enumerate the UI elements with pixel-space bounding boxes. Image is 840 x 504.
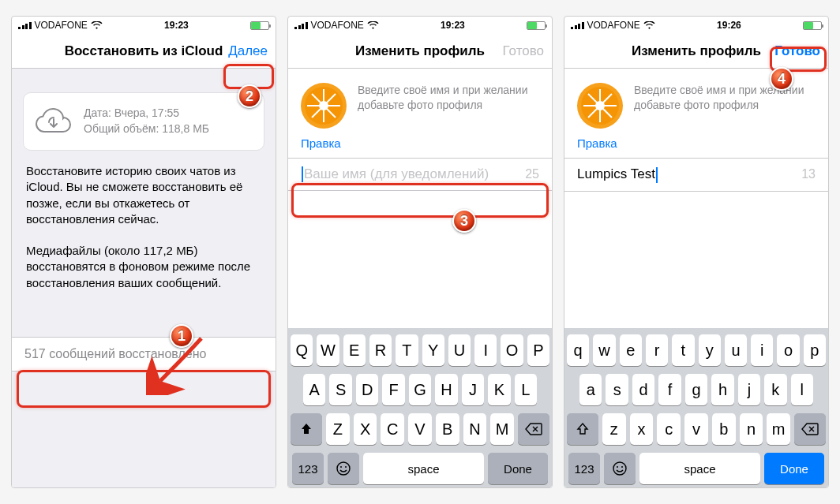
key-p[interactable]: p — [804, 334, 826, 366]
edit-photo-link[interactable]: Правка — [288, 133, 552, 158]
key-q[interactable]: q — [567, 334, 589, 366]
key-m[interactable]: m — [767, 413, 790, 445]
clock-label: 19:26 — [717, 20, 741, 31]
shift-key[interactable] — [291, 413, 322, 445]
emoji-key[interactable] — [604, 453, 636, 484]
key-x[interactable]: x — [630, 413, 654, 445]
key-z[interactable]: Z — [326, 413, 350, 445]
orange-icon — [304, 86, 343, 125]
key-v[interactable]: V — [408, 413, 432, 445]
backspace-key[interactable] — [794, 413, 826, 445]
done-key[interactable]: Done — [764, 453, 824, 484]
key-i[interactable]: i — [751, 334, 773, 366]
key-w[interactable]: W — [317, 334, 339, 366]
step-badge-3: 3 — [452, 209, 476, 233]
key-m[interactable]: M — [490, 413, 514, 445]
key-z[interactable]: z — [602, 413, 626, 445]
name-input-row[interactable]: Lumpics Test 13 — [564, 158, 828, 192]
key-b[interactable]: b — [712, 413, 736, 445]
name-input-row[interactable]: Ваше имя (для уведомлений) 25 — [288, 158, 552, 191]
avatar[interactable] — [577, 83, 623, 129]
key-h[interactable]: h — [711, 374, 733, 405]
key-b[interactable]: B — [436, 413, 459, 445]
key-j[interactable]: j — [738, 374, 760, 405]
key-n[interactable]: n — [740, 413, 763, 445]
key-y[interactable]: y — [699, 334, 721, 366]
key-i[interactable]: I — [474, 334, 497, 366]
numbers-key[interactable]: 123 — [292, 453, 324, 484]
key-f[interactable]: f — [658, 374, 681, 405]
svg-point-11 — [340, 466, 342, 468]
restore-description-1: Восстановите историю своих чатов из iClo… — [26, 163, 261, 227]
key-l[interactable]: L — [515, 374, 537, 405]
key-r[interactable]: r — [646, 334, 668, 366]
key-k[interactable]: K — [488, 374, 510, 405]
carrier-label: VODAFONE — [587, 20, 640, 31]
key-s[interactable]: S — [329, 374, 351, 405]
key-o[interactable]: o — [777, 334, 799, 366]
backspace-key[interactable] — [518, 413, 549, 445]
key-w[interactable]: w — [593, 334, 615, 366]
key-y[interactable]: Y — [422, 334, 444, 366]
key-c[interactable]: c — [657, 413, 681, 445]
keyboard: qwertyuiop asdfghjkl zxcvbnm 123 space D… — [564, 328, 828, 487]
key-g[interactable]: g — [685, 374, 707, 405]
key-u[interactable]: u — [725, 334, 747, 366]
key-q[interactable]: Q — [291, 334, 313, 366]
next-button[interactable]: Далее — [228, 43, 268, 59]
carrier-label: VODAFONE — [35, 20, 88, 31]
done-button[interactable]: Готово — [503, 43, 545, 59]
phone-screen-1: VODAFONE 19:23 Восстановить из iCloud Да… — [11, 16, 276, 488]
clock-label: 19:23 — [441, 20, 465, 31]
signal-icon — [294, 21, 308, 29]
key-d[interactable]: D — [356, 374, 378, 405]
numbers-key[interactable]: 123 — [568, 453, 600, 484]
kb-row-1: qwertyuiop — [567, 334, 826, 366]
battery-icon — [527, 21, 546, 30]
svg-point-25 — [621, 466, 623, 468]
nav-bar: Изменить профиль Готово — [288, 34, 552, 69]
done-key[interactable]: Done — [488, 453, 548, 484]
profile-hint: Введите своё имя и при желании добавьте … — [634, 83, 816, 129]
key-t[interactable]: t — [672, 334, 694, 366]
key-v[interactable]: v — [684, 413, 708, 445]
name-value: Lumpics Test — [577, 166, 795, 183]
key-p[interactable]: P — [527, 334, 549, 366]
key-t[interactable]: T — [396, 334, 418, 366]
done-button[interactable]: Готово — [774, 43, 820, 59]
page-title: Восстановить из iCloud — [65, 43, 223, 59]
space-key[interactable]: space — [363, 453, 484, 484]
key-j[interactable]: J — [462, 374, 484, 405]
kb-row-1: QWERTYUIOP — [291, 334, 549, 366]
key-e[interactable]: E — [343, 334, 366, 366]
content-area: Дата: Вчера, 17:55 Общий объём: 118,8 МБ… — [12, 69, 276, 487]
content-area: Введите своё имя и при желании добавьте … — [564, 69, 828, 487]
nav-bar: Восстановить из iCloud Далее — [12, 34, 276, 69]
profile-hint: Введите своё имя и при желании добавьте … — [358, 83, 539, 129]
key-n[interactable]: N — [463, 413, 487, 445]
key-e[interactable]: e — [620, 334, 642, 366]
key-h[interactable]: H — [435, 374, 457, 405]
svg-point-22 — [595, 101, 605, 110]
emoji-key[interactable] — [328, 453, 359, 484]
key-x[interactable]: X — [354, 413, 377, 445]
key-r[interactable]: R — [369, 334, 392, 366]
key-k[interactable]: k — [764, 374, 786, 405]
avatar[interactable] — [301, 83, 347, 129]
key-u[interactable]: U — [448, 334, 471, 366]
key-a[interactable]: a — [579, 374, 602, 405]
carrier-label: VODAFONE — [311, 20, 364, 31]
key-o[interactable]: O — [501, 334, 523, 366]
key-a[interactable]: A — [303, 374, 325, 405]
key-g[interactable]: G — [409, 374, 431, 405]
space-key[interactable]: space — [639, 453, 760, 484]
step-badge-1: 1 — [170, 324, 193, 348]
key-f[interactable]: F — [382, 374, 404, 405]
key-d[interactable]: d — [632, 374, 654, 405]
key-s[interactable]: s — [606, 374, 628, 405]
key-c[interactable]: C — [381, 413, 404, 445]
edit-photo-link[interactable]: Правка — [564, 133, 828, 158]
shift-key[interactable] — [567, 413, 598, 445]
key-l[interactable]: l — [791, 374, 813, 405]
step-badge-4: 4 — [770, 67, 793, 91]
